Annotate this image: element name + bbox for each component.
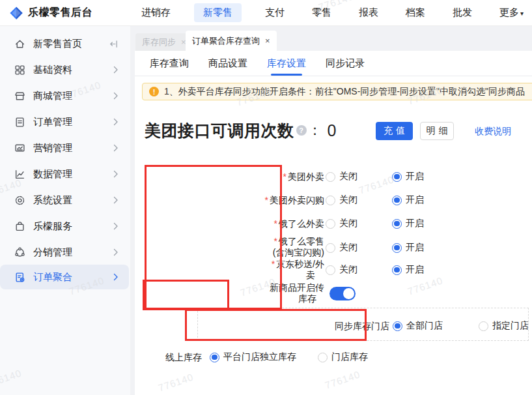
radio-unchecked-icon[interactable]: [326, 243, 335, 253]
radio-eleme-lingshou-off[interactable]: 关闭: [326, 241, 357, 254]
gear-icon: [14, 195, 25, 206]
sidebar: 新零售首页 基础资料 商城管理 订单管理 营销管理 数据管理: [0, 26, 130, 395]
bag-icon: [14, 221, 25, 232]
help-icon[interactable]: ?: [296, 125, 307, 136]
radio-unchecked-icon[interactable]: [326, 196, 335, 205]
chevron-right-icon: [113, 118, 119, 126]
tab-inventory-sync[interactable]: 库存同步 ×: [135, 33, 193, 51]
radio-meituan-off[interactable]: 关闭: [326, 170, 357, 183]
document-gear-icon: [14, 272, 25, 283]
api-call-count: 0: [328, 121, 337, 140]
title-row: 美团接口可调用次数 ? ： 0: [145, 119, 336, 141]
radio-unchecked-icon[interactable]: [326, 219, 335, 229]
nav-item-zhifu[interactable]: 支付: [261, 3, 288, 22]
sidebar-item-distribution[interactable]: 分销管理: [0, 240, 129, 265]
subtab-sync-records[interactable]: 同步记录: [323, 51, 367, 76]
radio-checked-icon[interactable]: [392, 265, 402, 275]
radio-eleme-on[interactable]: 开启: [392, 217, 424, 230]
sidebar-item-settings[interactable]: 系统设置: [0, 188, 129, 212]
required-asterisk: *: [272, 259, 275, 269]
storefront-icon: [14, 91, 25, 102]
chevron-right-icon: [113, 170, 119, 178]
radio-shangou-off[interactable]: 关闭: [326, 194, 357, 207]
label-eleme-waimai: *饿了么外卖: [228, 218, 324, 229]
detail-button[interactable]: 明细: [420, 122, 454, 140]
caret-down-icon: ▾: [520, 10, 524, 17]
radio-checked-icon[interactable]: [392, 243, 402, 253]
warning-text: 1、外卖平台库存同步功能开启条件：前往"OMS-同步管理-同步设置"中取消勾选"…: [164, 86, 525, 98]
label-jd-miaosong: *京东秒送/外卖: [228, 259, 324, 281]
radio-checked-icon[interactable]: [392, 196, 402, 205]
grid-icon: [14, 65, 25, 76]
nav-item-baobiao[interactable]: 报表: [355, 3, 382, 22]
top-nav: 进销存 新零售 支付 零售 报表 档案 批发 更多▾: [137, 3, 527, 22]
warning-banner: ! 1、外卖平台库存同步功能开启条件：前往"OMS-同步管理-同步设置"中取消勾…: [142, 83, 532, 100]
radio-unchecked-icon[interactable]: [326, 265, 335, 275]
subtab-stock-query[interactable]: 库存查询: [147, 51, 191, 76]
logo-diamond-icon: [9, 6, 23, 20]
app-title: 乐檬零售后台: [28, 6, 92, 20]
label-meituan-waimai: *美团外卖: [228, 171, 324, 183]
nav-item-dangan[interactable]: 档案: [402, 3, 429, 22]
radio-checked-icon[interactable]: [392, 172, 402, 182]
close-icon[interactable]: ×: [265, 36, 270, 46]
radio-checked-icon[interactable]: [393, 321, 402, 331]
radio-all-stores[interactable]: 全部门店: [393, 319, 443, 332]
required-asterisk: *: [283, 171, 287, 182]
sidebar-item-basic-data[interactable]: 基础资料: [0, 57, 129, 82]
radio-eleme-off[interactable]: 关闭: [326, 217, 357, 230]
nav-item-lingshou[interactable]: 零售: [308, 3, 335, 22]
new-product-stock-toggle[interactable]: [329, 287, 356, 300]
radio-checked-icon[interactable]: [392, 219, 402, 229]
radio-shangou-on[interactable]: 开启: [392, 194, 424, 207]
chevron-right-icon: [113, 222, 119, 230]
tab-order-aggregation-stock-query[interactable]: 订单聚合库存查询 ×: [186, 31, 277, 51]
sidebar-item-home[interactable]: 新零售首页: [0, 31, 129, 56]
nav-item-jinxiaocun[interactable]: 进销存: [137, 3, 175, 22]
fee-description-link[interactable]: 收费说明: [475, 126, 511, 138]
sidebar-item-data[interactable]: 数据管理: [0, 162, 129, 186]
subtab-stock-settings[interactable]: 库存设置: [264, 51, 309, 76]
subtab-bar: 库存查询 商品设置 库存设置 同步记录: [135, 51, 532, 76]
radio-platform-independent-stock[interactable]: 平台门店独立库存: [210, 351, 296, 364]
network-icon: [14, 247, 25, 258]
required-asterisk: *: [274, 218, 277, 229]
radio-unchecked-icon[interactable]: [318, 353, 328, 362]
app-window: 乐檬零售后台 进销存 新零售 支付 零售 报表 档案 批发 更多▾ 新零售首页 …: [0, 0, 532, 395]
nav-item-xinlingshou[interactable]: 新零售: [194, 3, 242, 22]
label-online-stock: 线上库存: [130, 352, 202, 363]
radio-eleme-lingshou-on[interactable]: 开启: [392, 241, 424, 254]
title-colon: ：: [308, 121, 322, 140]
radio-unchecked-icon[interactable]: [326, 172, 335, 182]
subtab-product-settings[interactable]: 商品设置: [206, 51, 250, 76]
home-icon: [14, 38, 25, 50]
document-icon: [14, 117, 25, 128]
radio-meituan-on[interactable]: 开启: [392, 170, 424, 183]
content-region: 库存同步 × 订单聚合库存查询 × 库存查询 商品设置 库存设置 同步记录 ! …: [130, 26, 532, 395]
radio-jd-on[interactable]: 开启: [392, 263, 424, 276]
nav-item-pifa[interactable]: 批发: [449, 3, 476, 22]
sidebar-item-orders[interactable]: 订单管理: [0, 110, 129, 134]
warning-icon: !: [149, 87, 159, 96]
required-asterisk: *: [274, 236, 277, 246]
radio-checked-icon[interactable]: [210, 353, 219, 362]
radio-specified-stores[interactable]: 指定门店: [479, 319, 529, 332]
sidebar-item-mall[interactable]: 商城管理: [0, 83, 129, 108]
collapse-sidebar-icon[interactable]: [109, 39, 119, 49]
nav-item-more[interactable]: 更多▾: [496, 3, 527, 22]
chevron-right-icon: [113, 248, 119, 256]
chevron-right-icon: [113, 196, 119, 204]
sidebar-item-services[interactable]: 乐檬服务: [0, 214, 129, 239]
chevron-right-icon: [113, 273, 119, 281]
radio-jd-off[interactable]: 关闭: [326, 263, 357, 276]
chevron-right-icon: [113, 66, 119, 74]
required-asterisk: *: [265, 195, 268, 205]
label-eleme-lingshou: *饿了么零售(含淘宝闪购): [228, 236, 324, 258]
sidebar-item-order-aggregation[interactable]: 订单聚合: [0, 265, 129, 289]
label-meituan-shangou: *美团外卖闪购: [228, 195, 324, 206]
sidebar-item-marketing[interactable]: 营销管理: [0, 136, 129, 160]
radio-store-stock[interactable]: 门店库存: [318, 351, 368, 364]
label-new-product-sync-stock: 新商品开启传库存: [228, 282, 324, 304]
radio-unchecked-icon[interactable]: [479, 321, 488, 331]
recharge-button[interactable]: 充值: [376, 122, 413, 140]
